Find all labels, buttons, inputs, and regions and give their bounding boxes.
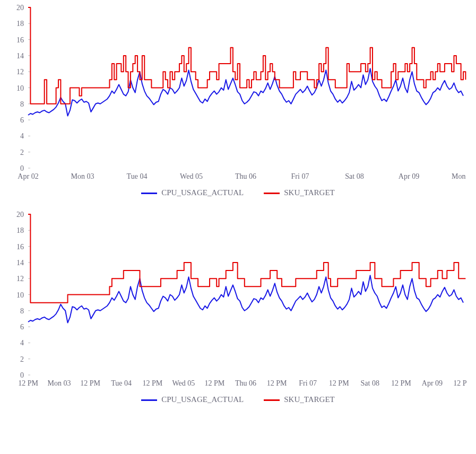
legend-label: CPU_USAGE_ACTUAL (161, 188, 244, 197)
legend-bottom: CPU_USAGE_ACTUAL SKU_TARGET (10, 389, 466, 414)
svg-text:12 PM: 12 PM (80, 379, 100, 387)
svg-text:0: 0 (20, 164, 24, 172)
svg-text:Wed 05: Wed 05 (180, 172, 203, 180)
svg-text:Fri 07: Fri 07 (299, 379, 317, 387)
svg-text:Fri 07: Fri 07 (291, 172, 309, 180)
legend-label: SKU_TARGET (284, 395, 334, 404)
svg-text:10: 10 (16, 84, 24, 92)
svg-text:2: 2 (20, 355, 24, 363)
svg-text:16: 16 (16, 243, 24, 251)
svg-text:12 PM: 12 PM (142, 379, 162, 387)
svg-text:12 PM: 12 PM (18, 379, 38, 387)
svg-text:Apr 09: Apr 09 (422, 379, 443, 387)
svg-text:Sat 08: Sat 08 (345, 172, 364, 180)
svg-text:20: 20 (16, 211, 24, 219)
chart-top: 02468101214161820Apr 02Mon 03Tue 04Wed 0… (0, 0, 476, 207)
svg-text:6: 6 (20, 323, 24, 331)
svg-text:18: 18 (16, 20, 24, 28)
svg-text:Wed 05: Wed 05 (172, 379, 195, 387)
svg-text:Tue 04: Tue 04 (127, 172, 148, 180)
svg-text:12 PM: 12 PM (329, 379, 349, 387)
legend-label: CPU_USAGE_ACTUAL (161, 395, 244, 404)
svg-text:Sat 08: Sat 08 (361, 379, 379, 387)
svg-text:12 PM: 12 PM (205, 379, 225, 387)
svg-text:4: 4 (20, 339, 24, 347)
legend-top: CPU_USAGE_ACTUAL SKU_TARGET (10, 182, 466, 207)
chart-bottom-svg: 0246810121416182012 PMMon 0312 PMTue 041… (10, 211, 466, 389)
svg-text:18: 18 (16, 226, 24, 234)
svg-text:12 PM: 12 PM (391, 379, 411, 387)
chart-top-svg: 02468101214161820Apr 02Mon 03Tue 04Wed 0… (10, 4, 466, 182)
svg-text:Thu 06: Thu 06 (235, 379, 256, 387)
svg-text:12: 12 (16, 275, 24, 283)
svg-text:12: 12 (16, 68, 24, 76)
svg-text:4: 4 (20, 132, 24, 140)
svg-text:20: 20 (16, 4, 24, 12)
svg-text:Thu 06: Thu 06 (235, 172, 256, 180)
svg-text:8: 8 (20, 307, 24, 315)
legend-item-sku: SKU_TARGET (264, 395, 334, 404)
svg-text:Apr 09: Apr 09 (399, 172, 419, 180)
svg-text:16: 16 (16, 36, 24, 44)
svg-text:0: 0 (20, 371, 24, 379)
svg-text:10: 10 (16, 291, 24, 299)
svg-text:Apr 02: Apr 02 (18, 172, 38, 180)
svg-text:12 PM: 12 PM (267, 379, 287, 387)
svg-text:14: 14 (16, 52, 24, 60)
legend-label: SKU_TARGET (284, 188, 334, 197)
legend-item-cpu: CPU_USAGE_ACTUAL (141, 395, 244, 404)
chart-bottom: 0246810121416182012 PMMon 0312 PMTue 041… (0, 207, 476, 414)
svg-text:Tue 04: Tue 04 (111, 379, 132, 387)
svg-text:6: 6 (20, 116, 24, 124)
legend-item-sku: SKU_TARGET (264, 188, 334, 197)
svg-text:14: 14 (16, 259, 24, 267)
svg-text:Mon 10: Mon 10 (452, 172, 466, 180)
legend-item-cpu: CPU_USAGE_ACTUAL (141, 188, 244, 197)
svg-text:12 PM: 12 PM (453, 379, 466, 387)
svg-text:Mon 03: Mon 03 (71, 172, 94, 180)
svg-text:2: 2 (20, 149, 24, 156)
svg-text:Mon 03: Mon 03 (48, 379, 71, 387)
svg-text:8: 8 (20, 100, 24, 108)
